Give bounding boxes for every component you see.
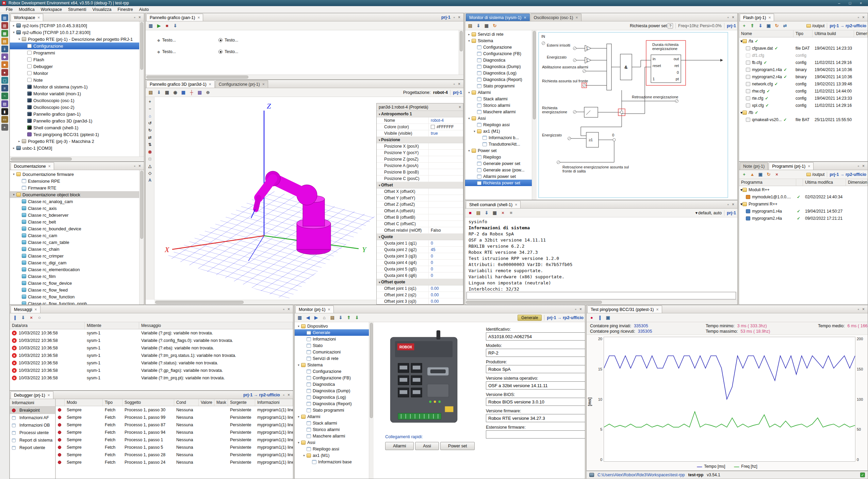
message-row[interactable]: ×10/03/2022 10:36:58 sysm-1 Variabile (?…: [10, 352, 293, 359]
flash-icon[interactable]: ■: [1, 61, 8, 68]
flash-row[interactable]: ▾ /fa ✓: [739, 37, 868, 45]
tree-item[interactable]: ▾ ax1 (M1): [465, 128, 532, 134]
camera-icon[interactable]: ◉: [171, 89, 179, 96]
tab-note[interactable]: Note (prj-1): [740, 162, 768, 170]
breakpoint-row[interactable]: Sempre Fetch Processo 1, passo 24 Nessun…: [56, 459, 293, 466]
stop-icon[interactable]: ■: [466, 210, 474, 216]
home-icon[interactable]: ⌂: [321, 314, 328, 321]
tree-item[interactable]: Maschere allarmi: [465, 109, 532, 115]
save-icon[interactable]: ⇓: [19, 314, 27, 321]
quick-link-button[interactable]: Power set: [440, 442, 475, 450]
tab-pptest[interactable]: Test ping/pong BCC/31 (pptest-1) ×: [587, 305, 662, 313]
property-value[interactable]: true: [428, 130, 463, 136]
column-header[interactable]: Tipo: [793, 30, 813, 37]
tree-item[interactable]: ▸ rp2-loris [TCP/IP 10.0.45.3:8100]: [10, 22, 139, 29]
tree-item[interactable]: Diagnostica: [465, 57, 532, 63]
tree-item[interactable]: Configurazione (FB): [465, 50, 532, 57]
menu-item[interactable]: Visualizza: [89, 6, 115, 13]
print-icon[interactable]: ▦: [163, 89, 171, 96]
tab-programmi[interactable]: Programmi (prj-1) ×: [769, 162, 814, 170]
shell-output[interactable]: sysinfoInformazioni di sistemaRP-2 da Ro…: [465, 217, 737, 292]
clear-icon[interactable]: ×: [28, 314, 35, 321]
expander-icon[interactable]: ▸: [11, 146, 16, 150]
close-icon[interactable]: ×: [197, 15, 200, 20]
column-header[interactable]: Informazioni: [255, 399, 293, 406]
tree-item[interactable]: ▾ Sistema: [295, 362, 369, 368]
tree-item[interactable]: Stato programmi: [295, 407, 369, 413]
plot-area[interactable]: [604, 337, 855, 462]
flash-row[interactable]: network.cfg ✓ config 19/02/2021 13:39:46: [739, 80, 868, 87]
message-row[interactable]: ×10/03/2022 10:36:58 sysm-1 Variabile (?…: [10, 344, 293, 352]
column-header[interactable]: Ultima build: [813, 30, 854, 37]
property-row[interactable]: Quota joint 4 (qj4) 0: [377, 260, 463, 266]
property-row[interactable]: Antropomorfo 1: [377, 111, 463, 117]
grid-icon[interactable]: ▦: [180, 89, 187, 96]
property-row[interactable]: Nome robot-4: [377, 117, 463, 124]
top-view-icon[interactable]: △: [147, 163, 153, 169]
device-connect-icon[interactable]: ▥: [1, 14, 8, 21]
shell-mode-select[interactable]: default, auto: [698, 211, 722, 215]
close-icon[interactable]: ×: [579, 307, 582, 312]
tree-item[interactable]: Programmi: [10, 49, 139, 56]
property-value[interactable]: [428, 221, 463, 227]
flash-row[interactable]: ▾ /fb ✓: [739, 109, 868, 116]
export-icon[interactable]: ▤: [466, 22, 474, 29]
zoom-out-icon[interactable]: −: [147, 105, 153, 112]
horizontal-scrollbar[interactable]: [10, 156, 144, 161]
property-row[interactable]: Offset B (offsetB): [377, 214, 463, 221]
legend-item[interactable]: Freq [hz]: [734, 464, 757, 469]
debugger-category-item[interactable]: Informazioni AF: [10, 414, 55, 422]
breakpoint-row[interactable]: Sempre Fetch Processo 1, passo 5 Nessuna…: [56, 444, 293, 451]
program-row[interactable]: ▾ Programmi R++: [739, 200, 868, 208]
maximize-button[interactable]: □: [845, 1, 855, 6]
iso-view-icon[interactable]: ◇: [147, 170, 153, 176]
message-row[interactable]: ×10/03/2022 10:36:58 sysm-1 Variabile (?…: [10, 359, 293, 367]
close-icon[interactable]: ×: [262, 82, 265, 87]
tree-item[interactable]: Riepilogo assi: [465, 121, 532, 128]
refresh-icon[interactable]: ↻: [773, 22, 781, 29]
property-row[interactable]: Quota joint 5 (qj5) 0: [377, 266, 463, 272]
property-value[interactable]: 0: [428, 272, 463, 279]
tab-monitor[interactable]: Monitor (prj-1) ×: [295, 305, 334, 313]
property-value[interactable]: [428, 156, 463, 162]
vertical-scrollbar[interactable]: [139, 21, 144, 156]
tree-item[interactable]: Diagnostica: [295, 381, 369, 387]
tree-item[interactable]: Richiesta power set: [465, 180, 532, 186]
tree-item[interactable]: Informazioni: [295, 336, 369, 342]
breakpoint-row[interactable]: Sempre Fetch Processo 1, passo 1 Nessuna…: [56, 436, 293, 444]
close-icon[interactable]: ×: [524, 15, 526, 20]
flash-row[interactable]: myprogram1.r4a ✓ binary 19/04/2021 14:10…: [739, 66, 868, 73]
flash-row[interactable]: fb.cfg ✓ config 11/02/2021 14:29:16: [739, 59, 868, 66]
property-row[interactable]: Offset relativi (relOff) Falso: [377, 227, 463, 234]
workspace-path[interactable]: C:\Users\Alex\Robox\Rde3\Workspaces\test…: [597, 473, 685, 477]
tree-item[interactable]: ▾ Power set: [465, 147, 532, 154]
close-icon[interactable]: ×: [458, 15, 460, 20]
close-icon[interactable]: ×: [576, 15, 578, 20]
tree-item[interactable]: Pannello grafico (pan-1): [10, 111, 139, 117]
tree-item[interactable]: Generale asse (pow...: [465, 167, 532, 173]
horizontal-scrollbar[interactable]: [154, 300, 376, 304]
wireframe-icon[interactable]: ▧: [196, 89, 203, 96]
tree-item[interactable]: Oscilloscopio (osc-2): [10, 104, 139, 111]
tree-item[interactable]: Diagnostica (Dump): [295, 387, 369, 394]
pan-vertical-icon[interactable]: ⇅: [147, 141, 153, 148]
close-icon[interactable]: ×: [515, 202, 517, 207]
quick-link-button[interactable]: Assi: [415, 442, 439, 450]
project-new-icon[interactable]: ▩: [1, 30, 8, 37]
tab-pannello-3d[interactable]: Pannello grafico 3D (pan3d-1) ×: [146, 80, 215, 88]
breakpoint-row[interactable]: Sempre Fetch Processo 1, passo 30 Nessun…: [56, 406, 293, 414]
help-icon[interactable]: ?: [668, 23, 673, 29]
expander-icon[interactable]: ▸: [11, 24, 16, 27]
property-row[interactable]: Quota joint 1 (qj1) 0: [377, 240, 463, 247]
float-icon[interactable]: ▫: [134, 15, 135, 20]
close-icon[interactable]: ×: [862, 15, 865, 20]
stop-icon[interactable]: ■: [163, 22, 171, 29]
property-row[interactable]: Posizione Y (posY): [377, 150, 463, 156]
tree-item[interactable]: Classe rc_analog_cam: [10, 198, 139, 205]
message-row[interactable]: ×10/03/2022 10:36:58 sysm-1 Variabile (?…: [10, 329, 293, 337]
upload-icon[interactable]: ⇑: [345, 314, 353, 321]
property-row[interactable]: Posizione B (posB): [377, 169, 463, 176]
horizontal-scrollbar[interactable]: [146, 75, 463, 79]
save-icon[interactable]: ⇓: [475, 22, 482, 29]
tree-item[interactable]: Informazioni b...: [465, 134, 532, 141]
